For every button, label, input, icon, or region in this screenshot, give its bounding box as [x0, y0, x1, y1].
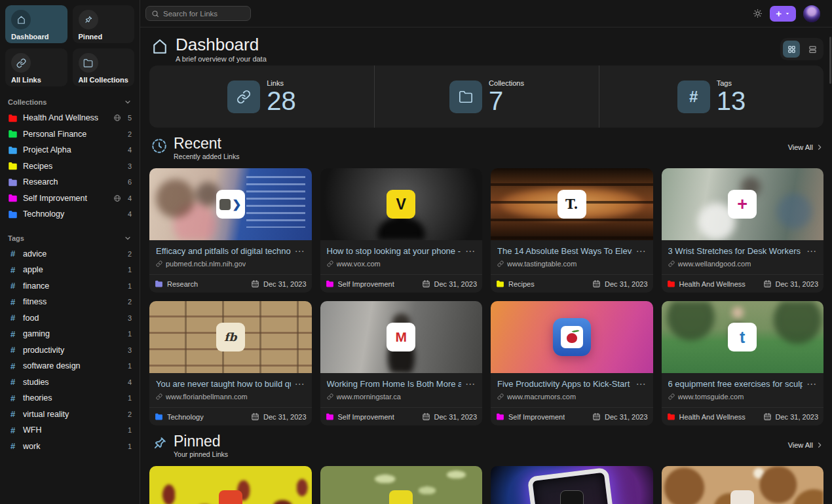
card-menu-icon[interactable]: ⋯: [806, 379, 817, 389]
link-thumbnail: [149, 466, 312, 504]
folder-icon: [155, 412, 163, 421]
calendar-icon: [592, 412, 601, 421]
sidebar-tag-item[interactable]: # food 3: [5, 310, 134, 327]
link-card[interactable]: [320, 466, 483, 504]
search-box[interactable]: [145, 6, 251, 21]
sidebar-tag-item[interactable]: # fitness 2: [5, 294, 134, 310]
sidebar-tag-item[interactable]: # work 1: [5, 439, 134, 455]
link-title[interactable]: How to stop looking at your phone - Vox: [327, 246, 462, 256]
link-card[interactable]: [149, 466, 312, 504]
list-view-button[interactable]: [804, 41, 821, 58]
search-input[interactable]: [163, 10, 245, 18]
sidebar-collection-item[interactable]: Recipes 3: [5, 158, 134, 175]
page-title: Dashboard: [176, 35, 267, 54]
card-menu-icon[interactable]: ⋯: [636, 246, 647, 256]
sidebar-tag-item[interactable]: # studies 4: [5, 374, 134, 391]
card-date: Dec 31, 2023: [434, 413, 477, 421]
card-collection-name[interactable]: Health And Wellness: [679, 413, 746, 421]
sidebar-collection-item[interactable]: Project Alpha 4: [5, 142, 134, 158]
caret-down-icon: [785, 11, 790, 16]
avatar[interactable]: [803, 5, 820, 22]
sidebar-item-pinned[interactable]: Pinned: [73, 5, 135, 43]
link-card[interactable]: [662, 466, 824, 504]
sidebar-collection-item[interactable]: Self Improvement 4: [5, 190, 134, 207]
link-thumbnail: fb: [149, 301, 312, 373]
card-collection-name[interactable]: Technology: [167, 413, 204, 421]
tag-count: 1: [126, 442, 132, 450]
sidebar-collection-item[interactable]: Health And Wellness 5: [5, 110, 134, 126]
sidebar-tag-item[interactable]: # finance 1: [5, 278, 134, 295]
sidebar-item-all-links[interactable]: All Links: [5, 48, 67, 86]
pinned-view-all-link[interactable]: View All: [788, 441, 823, 449]
card-collection-name[interactable]: Health And Wellness: [679, 280, 746, 288]
recent-view-all-link[interactable]: View All: [788, 143, 823, 151]
hash-icon: #: [8, 409, 18, 419]
link-card[interactable]: ❯ Efficacy and pitfalls of digital techn…: [149, 168, 312, 293]
card-menu-icon[interactable]: ⋯: [295, 246, 305, 256]
tag-count: 4: [126, 378, 132, 386]
add-new-button[interactable]: +: [770, 6, 796, 22]
sidebar-item-dashboard[interactable]: Dashboard: [5, 5, 67, 43]
sidebar-collection-item[interactable]: Technology 4: [5, 206, 134, 223]
collections-header[interactable]: Collections: [5, 97, 134, 107]
card-collection-name[interactable]: Self Improvement: [508, 413, 565, 421]
link-title[interactable]: You are never taught how to build qualit…: [156, 379, 291, 389]
card-menu-icon[interactable]: ⋯: [636, 379, 647, 389]
tags-header[interactable]: Tags: [5, 233, 134, 243]
link-title[interactable]: 6 equipment free exercises for sculpting…: [668, 379, 803, 389]
hash-icon: #: [8, 249, 18, 259]
link-title[interactable]: Five Productivity Apps to Kick-Start the…: [497, 379, 632, 389]
collection-count: 2: [126, 130, 132, 138]
collection-count: 4: [126, 146, 132, 154]
page-subtitle: A brief overview of your data: [176, 55, 267, 63]
sidebar-tag-item[interactable]: # WFH 1: [5, 422, 134, 439]
link-title[interactable]: Working From Home Is Both More and L...: [327, 379, 462, 389]
calendar-icon: [422, 279, 430, 288]
link-card[interactable]: Five Productivity Apps to Kick-Start the…: [491, 301, 653, 425]
link-card[interactable]: V How to stop looking at your phone - Vo…: [320, 168, 483, 293]
link-title[interactable]: The 14 Absolute Best Ways To Elevate Fr.…: [497, 246, 632, 256]
link-title[interactable]: 3 Wrist Stretches for Desk Workers to D.…: [668, 246, 803, 256]
scrollbar[interactable]: [829, 37, 831, 84]
tag-name: virtual reality: [23, 410, 121, 419]
card-menu-icon[interactable]: ⋯: [806, 246, 817, 256]
sidebar-tag-item[interactable]: # virtual reality 2: [5, 406, 134, 423]
nav-label: Dashboard: [11, 33, 62, 41]
folder-icon: [79, 53, 98, 73]
sidebar-tag-item[interactable]: # theories 1: [5, 390, 134, 406]
sidebar-tag-item[interactable]: # advice 2: [5, 246, 134, 262]
calendar-icon: [763, 412, 772, 421]
sidebar-tag-item[interactable]: # gaming 1: [5, 326, 134, 342]
folder-icon: [155, 279, 163, 288]
sidebar-collection-item[interactable]: Personal Finance 2: [5, 126, 134, 143]
link-card[interactable]: + 3 Wrist Stretches for Desk Workers to …: [662, 168, 824, 293]
card-collection-name[interactable]: Self Improvement: [338, 280, 394, 288]
theme-toggle-button[interactable]: [753, 9, 763, 18]
sidebar-tag-item[interactable]: # apple 1: [5, 262, 134, 278]
link-card[interactable]: t 6 equipment free exercises for sculpti…: [662, 301, 824, 425]
link-card[interactable]: fb You are never taught how to build qua…: [149, 301, 312, 425]
collection-name: Recipes: [23, 162, 121, 171]
grid-view-button[interactable]: [783, 41, 800, 58]
card-menu-icon[interactable]: ⋯: [295, 379, 305, 389]
plus-icon: +: [776, 9, 782, 18]
link-card[interactable]: T. The 14 Absolute Best Ways To Elevate …: [491, 168, 653, 293]
link-card[interactable]: [491, 466, 653, 504]
sidebar-nav: Dashboard Pinned All Links All Collectio…: [5, 5, 134, 86]
card-menu-icon[interactable]: ⋯: [465, 379, 476, 389]
sidebar-tag-item[interactable]: # software design 1: [5, 358, 134, 374]
card-collection-name[interactable]: Self Improvement: [338, 413, 394, 421]
tag-name: work: [23, 442, 121, 451]
card-collection-name[interactable]: Research: [167, 280, 198, 288]
sidebar-item-all-collections[interactable]: All Collections: [73, 48, 135, 86]
collection-name: Health And Wellness: [23, 113, 108, 122]
card-menu-icon[interactable]: ⋯: [465, 246, 476, 256]
card-collection-name[interactable]: Recipes: [508, 280, 535, 288]
sidebar-tag-item[interactable]: # productivity 3: [5, 342, 134, 359]
link-url: www.wellandgood.com: [678, 260, 751, 268]
link-title[interactable]: Efficacy and pitfalls of digital technol…: [156, 246, 291, 256]
link-icon: [156, 393, 162, 400]
link-card[interactable]: M Working From Home Is Both More and L..…: [320, 301, 483, 425]
sidebar-collection-item[interactable]: Research 6: [5, 174, 134, 190]
card-date: Dec 31, 2023: [776, 280, 818, 288]
